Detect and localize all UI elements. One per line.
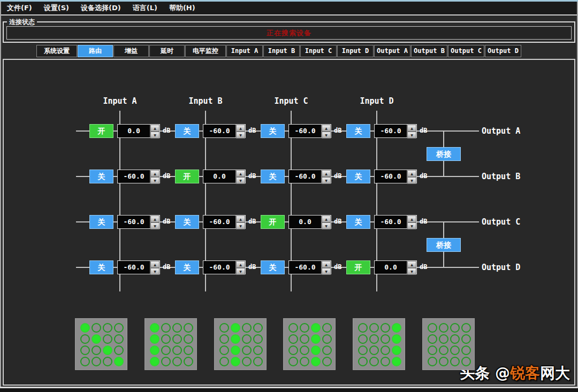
tab-delay[interactable]: 延时 — [149, 45, 185, 57]
gain-value-inputC-outputA[interactable]: -60.0 — [289, 125, 321, 137]
gain-spinner-inputD-outputB: -60.0▲▼ — [374, 170, 417, 183]
spin-up-button-inputC-outputC[interactable]: ▲ — [322, 216, 331, 222]
spin-down-button-inputB-outputB[interactable]: ▼ — [236, 177, 245, 184]
led-dot-5-r2c1-off — [358, 334, 368, 344]
spin-down-button-inputD-outputC[interactable]: ▼ — [407, 222, 416, 229]
route-toggle-inputC-outputD[interactable]: 关 — [261, 260, 285, 274]
gain-value-inputB-outputA[interactable]: -60.0 — [203, 125, 235, 137]
tab-output-a[interactable]: Output A — [374, 45, 410, 57]
route-toggle-inputB-outputA[interactable]: 关 — [175, 124, 199, 138]
gain-value-inputC-outputD[interactable]: -60.0 — [289, 261, 321, 274]
route-toggle-inputD-outputC[interactable]: 关 — [346, 215, 370, 229]
spin-down-button-inputD-outputA[interactable]: ▼ — [407, 132, 416, 139]
route-toggle-inputB-outputB[interactable]: 开 — [175, 170, 199, 183]
route-toggle-inputA-outputD[interactable]: 关 — [89, 260, 113, 274]
spin-down-button-inputB-outputA[interactable]: ▼ — [236, 132, 245, 139]
spin-down-button-inputA-outputD[interactable]: ▼ — [150, 268, 159, 275]
route-toggle-inputC-outputC[interactable]: 开 — [261, 215, 285, 229]
spin-up-button-inputC-outputB[interactable]: ▲ — [322, 170, 331, 177]
db-unit-label-inputB-outputD: dB — [248, 263, 256, 271]
gain-value-inputB-outputD[interactable]: -60.0 — [203, 261, 235, 274]
gain-value-inputA-outputA[interactable]: 0.0 — [118, 125, 150, 137]
spin-down-button-inputD-outputD[interactable]: ▼ — [407, 268, 416, 275]
spin-up-button-inputA-outputC[interactable]: ▲ — [150, 216, 159, 222]
spin-down-button-inputB-outputD[interactable]: ▼ — [236, 268, 245, 275]
route-toggle-inputD-outputA[interactable]: 关 — [346, 124, 370, 138]
spinner-buttons-inputA-outputA: ▲▼ — [150, 125, 159, 137]
gain-value-inputC-outputB[interactable]: -60.0 — [289, 170, 321, 183]
tab-output-c[interactable]: Output C — [448, 45, 484, 57]
spin-up-button-inputD-outputA[interactable]: ▲ — [407, 125, 416, 132]
led-dot-1-r4c4-on — [114, 357, 124, 366]
menu-item-language[interactable]: 语言(L) — [127, 3, 163, 13]
spin-down-button-inputC-outputD[interactable]: ▼ — [322, 268, 331, 275]
spin-up-button-inputA-outputA[interactable]: ▲ — [150, 125, 159, 132]
spin-up-button-inputB-outputA[interactable]: ▲ — [236, 125, 245, 132]
route-toggle-inputB-outputD[interactable]: 关 — [175, 260, 199, 274]
spin-down-button-inputC-outputA[interactable]: ▼ — [322, 132, 331, 139]
watermark: 头条 @锐客网大 — [460, 363, 570, 383]
tab-output-d[interactable]: Output D — [485, 45, 521, 57]
gain-value-inputA-outputD[interactable]: -60.0 — [118, 261, 150, 274]
bridge-button-1[interactable]: 桥接 — [427, 147, 461, 161]
gain-value-inputB-outputC[interactable]: -60.0 — [203, 216, 235, 228]
gain-value-inputB-outputB[interactable]: 0.0 — [203, 170, 235, 183]
route-toggle-inputD-outputD[interactable]: 开 — [346, 260, 370, 274]
tab-input-d[interactable]: Input D — [337, 45, 374, 57]
route-toggle-inputA-outputC[interactable]: 关 — [89, 215, 113, 229]
spin-down-button-inputB-outputC[interactable]: ▼ — [236, 222, 245, 229]
gain-spinner-inputC-outputC: 0.0▲▼ — [288, 215, 331, 229]
db-unit-label-inputD-outputA: dB — [420, 127, 427, 134]
spin-down-button-inputA-outputB[interactable]: ▼ — [150, 177, 159, 184]
spin-down-button-inputD-outputB[interactable]: ▼ — [407, 177, 416, 184]
menu-item-settings[interactable]: 设置(S) — [38, 3, 75, 13]
tab-output-b[interactable]: Output B — [411, 45, 447, 57]
spin-up-button-inputB-outputB[interactable]: ▲ — [236, 170, 245, 177]
gain-value-inputD-outputB[interactable]: -60.0 — [375, 170, 407, 183]
spin-down-button-inputC-outputB[interactable]: ▼ — [322, 177, 331, 184]
tab-system-settings[interactable]: 系统设置 — [36, 45, 77, 57]
led-dot-3-r1c2-on — [231, 323, 240, 333]
spin-up-button-inputB-outputC[interactable]: ▲ — [236, 216, 245, 222]
spin-up-button-inputA-outputD[interactable]: ▲ — [150, 261, 159, 268]
spin-up-button-inputA-outputB[interactable]: ▲ — [150, 170, 159, 177]
spin-up-button-inputD-outputB[interactable]: ▲ — [407, 170, 416, 177]
gain-value-inputD-outputD[interactable]: 0.0 — [375, 261, 407, 274]
led-dot-4-r3c3-on — [311, 345, 321, 355]
route-toggle-inputC-outputB[interactable]: 关 — [261, 170, 285, 183]
tab-gain[interactable]: 增益 — [113, 45, 149, 57]
gain-value-inputD-outputA[interactable]: -60.0 — [375, 125, 407, 137]
route-toggle-inputC-outputA[interactable]: 关 — [261, 124, 285, 138]
spin-down-button-inputC-outputC[interactable]: ▼ — [322, 222, 331, 229]
spin-up-button-inputC-outputD[interactable]: ▲ — [322, 261, 331, 268]
spin-down-button-inputA-outputA[interactable]: ▼ — [150, 132, 159, 139]
bridge-button-2[interactable]: 桥接 — [427, 238, 461, 252]
led-dot-5-r3c3-off — [381, 345, 390, 355]
spin-up-button-inputB-outputD[interactable]: ▲ — [236, 261, 245, 268]
led-dot-3-r4c4-off — [253, 357, 263, 366]
tab-input-c[interactable]: Input C — [300, 45, 337, 57]
route-toggle-inputA-outputA[interactable]: 开 — [89, 124, 113, 138]
tab-routing[interactable]: 路由 — [78, 45, 113, 57]
tab-input-a[interactable]: Input A — [226, 45, 263, 57]
db-unit-label-inputB-outputC: dB — [248, 218, 256, 225]
menu-item-device-select[interactable]: 设备选择(D) — [75, 3, 127, 13]
route-toggle-inputA-outputB[interactable]: 关 — [89, 170, 113, 183]
spin-up-button-inputD-outputC[interactable]: ▲ — [407, 216, 416, 222]
led-dot-1-r3c2-off — [92, 345, 101, 355]
tab-input-b[interactable]: Input B — [263, 45, 300, 57]
route-toggle-inputB-outputC[interactable]: 关 — [175, 215, 199, 229]
spin-up-button-inputC-outputA[interactable]: ▲ — [322, 125, 331, 132]
menu-item-file[interactable]: 文件(F) — [1, 3, 38, 13]
tab-level-monitor[interactable]: 电平监控 — [185, 45, 226, 57]
gain-value-inputA-outputC[interactable]: -60.0 — [118, 216, 150, 228]
gain-value-inputD-outputC[interactable]: -60.0 — [375, 216, 407, 228]
route-toggle-inputD-outputB[interactable]: 关 — [346, 170, 370, 183]
spinner-buttons-inputD-outputC: ▲▼ — [407, 216, 416, 228]
spin-up-button-inputD-outputD[interactable]: ▲ — [407, 261, 416, 268]
spin-down-button-inputA-outputC[interactable]: ▼ — [150, 222, 159, 229]
gain-value-inputC-outputC[interactable]: 0.0 — [289, 216, 321, 228]
gain-value-inputA-outputB[interactable]: -60.0 — [118, 170, 150, 183]
window-bottom-edge — [0, 388, 578, 392]
menu-item-help[interactable]: 帮助(H) — [163, 3, 201, 13]
